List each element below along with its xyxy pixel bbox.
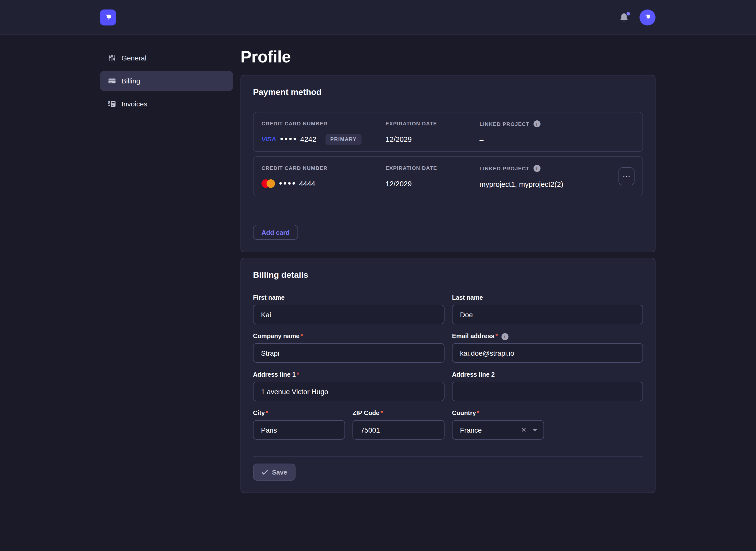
email-field-group: Email address*i <box>452 333 643 363</box>
address-line1-label: Address line 1* <box>253 371 445 379</box>
card-number-label: CREDIT CARD NUMBER <box>261 120 386 127</box>
billing-details-title: Billing details <box>253 270 643 280</box>
settings-sidebar: General Billing $ <box>100 48 233 114</box>
billing-details-panel: Billing details First name Last name Com… <box>241 258 656 493</box>
zip-code-field-group: ZIP Code* <box>352 410 445 440</box>
first-name-field-group: First name <box>253 294 445 324</box>
strapi-cloud-app: General Billing $ <box>0 0 756 551</box>
strapi-logo[interactable] <box>100 9 116 25</box>
company-name-label: Company name* <box>253 333 445 340</box>
last-name-field-group: Last name <box>452 294 643 324</box>
info-icon[interactable]: i <box>533 120 540 127</box>
card-number-value: •••• 4444 <box>261 178 386 189</box>
credit-card-icon <box>108 77 116 85</box>
city-label: City* <box>253 410 345 417</box>
card-number-value: VISA •••• 4242 PRIMARY <box>261 133 386 145</box>
sidebar-item-billing[interactable]: Billing <box>100 71 233 91</box>
add-card-button[interactable]: Add card <box>253 225 298 240</box>
country-value: France <box>460 426 521 434</box>
sidebar-item-label: General <box>121 54 147 62</box>
zip-code-label: ZIP Code* <box>352 410 445 417</box>
linked-project-value: – <box>480 134 635 145</box>
country-combobox[interactable]: France ✕ <box>452 420 544 440</box>
info-icon[interactable]: i <box>501 333 508 340</box>
company-name-input[interactable] <box>253 343 445 363</box>
masked-digits: •••• <box>280 134 297 143</box>
address-line2-label: Address line 2 <box>452 371 643 379</box>
required-marker: * <box>477 410 480 417</box>
masked-digits: •••• <box>279 178 296 187</box>
card-number-label: CREDIT CARD NUMBER <box>261 165 386 171</box>
primary-badge: PRIMARY <box>325 134 362 145</box>
email-label: Email address*i <box>452 333 643 340</box>
mastercard-logo-icon <box>261 179 275 188</box>
sliders-icon <box>108 54 116 62</box>
country-field-group: Country* France ✕ <box>452 410 643 440</box>
linked-project-column: LINKED PROJECT i – <box>480 120 635 151</box>
required-marker: * <box>496 333 498 340</box>
sidebar-item-label: Billing <box>121 77 140 85</box>
city-input[interactable] <box>253 420 345 440</box>
linked-project-column: LINKED PROJECT i myproject1, myproject2(… <box>480 165 635 196</box>
expiration-column: EXPIRATION DATE 12/2029 <box>386 165 480 196</box>
visa-logo-icon: VISA <box>261 135 276 143</box>
last-name-input[interactable] <box>452 305 643 324</box>
company-name-field-group: Company name* <box>253 333 445 363</box>
chevron-down-icon <box>532 428 537 431</box>
first-name-input[interactable] <box>253 305 445 324</box>
svg-text:$: $ <box>108 101 110 105</box>
check-icon <box>261 469 268 475</box>
city-field-group: City* <box>253 410 345 440</box>
payment-method-panel: Payment method CREDIT CARD NUMBER VISA •… <box>241 75 656 252</box>
address-line1-input[interactable] <box>253 382 445 401</box>
linked-project-label: LINKED PROJECT i <box>480 165 635 172</box>
address-line2-field-group: Address line 2 <box>452 371 643 401</box>
country-label: Country* <box>452 410 643 417</box>
save-button-label: Save <box>272 468 287 476</box>
clear-selection-icon[interactable]: ✕ <box>521 426 526 434</box>
card-number-column: CREDIT CARD NUMBER •••• 4444 <box>261 165 386 196</box>
panel-divider <box>253 456 643 457</box>
sidebar-item-invoices[interactable]: $ Invoices <box>100 94 233 114</box>
expiration-label: EXPIRATION DATE <box>386 165 480 171</box>
expiration-value: 12/2029 <box>386 178 480 189</box>
info-icon[interactable]: i <box>533 165 540 172</box>
required-marker: * <box>297 371 299 379</box>
credit-card-row-visa: CREDIT CARD NUMBER VISA •••• 4242 PRIMAR… <box>253 112 643 152</box>
address-line1-field-group: Address line 1* <box>253 371 445 401</box>
address-line2-input[interactable] <box>452 382 643 401</box>
required-marker: * <box>381 410 383 417</box>
card-last4: 4242 <box>300 135 316 143</box>
last-name-label: Last name <box>452 294 643 302</box>
sidebar-item-label: Invoices <box>121 100 147 108</box>
strapi-mark-icon <box>102 12 113 23</box>
billing-form: First name Last name Company name* Email… <box>253 294 643 440</box>
invoice-icon: $ <box>108 100 116 108</box>
page-title: Profile <box>241 47 656 67</box>
save-button[interactable]: Save <box>253 464 296 481</box>
first-name-label: First name <box>253 294 445 302</box>
linked-project-value: myproject1, myproject2(2) <box>480 178 635 190</box>
expiration-label: EXPIRATION DATE <box>386 120 480 127</box>
payment-method-title: Payment method <box>253 87 643 97</box>
card-last4: 4444 <box>299 179 315 187</box>
city-zip-row: City* ZIP Code* <box>253 410 445 440</box>
email-input[interactable] <box>452 343 643 363</box>
zip-code-input[interactable] <box>352 420 445 440</box>
card-menu-button[interactable]: ⋯ <box>618 167 635 185</box>
card-number-column: CREDIT CARD NUMBER VISA •••• 4242 PRIMAR… <box>261 120 386 151</box>
sidebar-item-general[interactable]: General <box>100 48 233 68</box>
credit-card-row-mastercard: CREDIT CARD NUMBER •••• 4444 EXPIRATION … <box>253 156 643 196</box>
expiration-value: 12/2029 <box>386 133 480 145</box>
expiration-column: EXPIRATION DATE 12/2029 <box>386 120 480 151</box>
linked-project-label: LINKED PROJECT i <box>480 120 635 127</box>
required-marker: * <box>300 333 303 340</box>
main-content: Profile Payment method CREDIT CARD NUMBE… <box>241 0 656 499</box>
required-marker: * <box>266 410 268 417</box>
panel-divider <box>253 211 643 211</box>
